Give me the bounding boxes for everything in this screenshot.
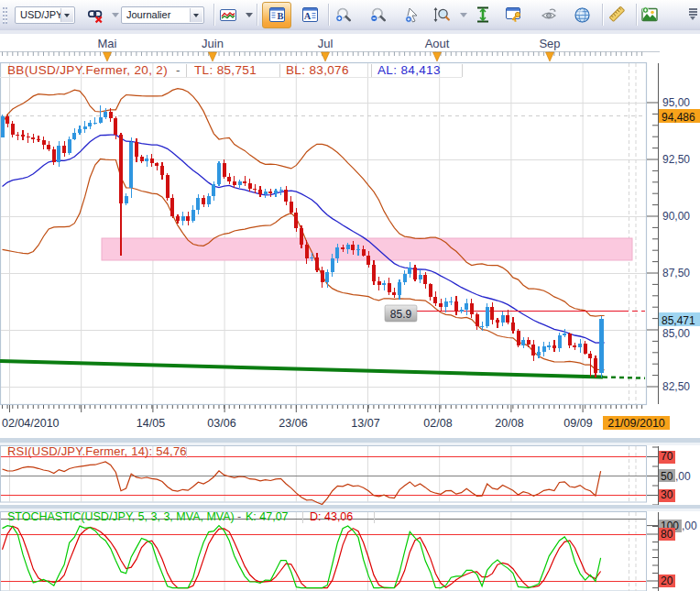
svg-text:BB(USD/JPY.Fermer, 20, 2): BB(USD/JPY.Fermer, 20, 2) <box>7 63 168 77</box>
svg-text:STOCHASTIC(USD/JPY, 5, 3, 3, M: STOCHASTIC(USD/JPY, 5, 3, 3, MVA, MVA) <box>7 510 235 523</box>
svg-text:,00: ,00 <box>675 470 691 483</box>
svg-text:TL: 85,751: TL: 85,751 <box>194 63 257 77</box>
svg-text:50: 50 <box>661 470 673 483</box>
svg-text:13/07: 13/07 <box>351 417 379 430</box>
svg-text:09/09: 09/09 <box>563 417 592 430</box>
svg-text:23/06: 23/06 <box>279 417 307 430</box>
svg-text:Sep: Sep <box>539 37 560 50</box>
svg-text:30: 30 <box>661 488 673 501</box>
svg-text:,00: ,00 <box>682 520 697 532</box>
svg-text:B: B <box>277 11 283 21</box>
svg-text:02/04/2010: 02/04/2010 <box>2 417 60 430</box>
svg-text:Jul: Jul <box>318 37 334 50</box>
svg-text:20: 20 <box>661 575 673 587</box>
svg-text:RSI(USD/JPY.Fermer, 14): 54,76: RSI(USD/JPY.Fermer, 14): 54,76 <box>7 444 187 458</box>
svg-text:85,471: 85,471 <box>662 314 695 327</box>
svg-text:94,486: 94,486 <box>662 111 695 124</box>
svg-text:Juin: Juin <box>202 37 224 50</box>
svg-text:-: - <box>176 63 180 77</box>
svg-text:85.9: 85.9 <box>390 308 412 321</box>
svg-text:21/09/2010: 21/09/2010 <box>607 417 665 430</box>
svg-text:A: A <box>304 11 312 21</box>
svg-text:92,50: 92,50 <box>662 153 690 166</box>
svg-text:90,00: 90,00 <box>662 210 690 223</box>
svg-text:Aout: Aout <box>425 37 450 50</box>
svg-text:BL: 83,076: BL: 83,076 <box>286 63 349 77</box>
svg-text:70: 70 <box>661 450 673 463</box>
svg-text:02/08: 02/08 <box>423 417 452 430</box>
svg-text:03/06: 03/06 <box>207 417 235 430</box>
svg-text:85,00: 85,00 <box>662 327 690 340</box>
svg-text:87,50: 87,50 <box>662 267 690 279</box>
svg-text:AL: 84,413: AL: 84,413 <box>377 63 441 77</box>
svg-text:95,00: 95,00 <box>662 96 690 109</box>
svg-text:D: 43,06: D: 43,06 <box>310 510 353 523</box>
svg-text:Mai: Mai <box>98 37 117 50</box>
svg-text:20/08: 20/08 <box>495 417 523 430</box>
svg-text:82,50: 82,50 <box>662 380 690 393</box>
svg-text:K: 47,07: K: 47,07 <box>246 510 289 523</box>
svg-text:80: 80 <box>661 528 673 541</box>
svg-text:-: - <box>237 510 241 523</box>
svg-text:14/05: 14/05 <box>137 417 165 430</box>
